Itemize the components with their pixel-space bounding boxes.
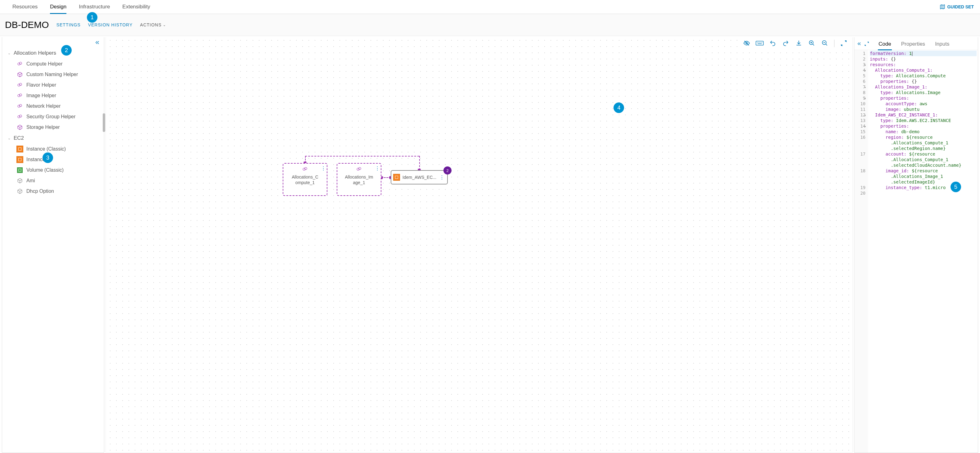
- sidebar-item-storage-helper[interactable]: Storage Helper: [2, 122, 104, 132]
- node-menu-icon[interactable]: ⋮: [439, 174, 444, 180]
- code-line[interactable]: instance_type: t1.micro: [870, 185, 977, 190]
- node-menu-icon[interactable]: ⋮: [321, 166, 326, 171]
- sidebar-item-dhcp-option[interactable]: Dhcp Option: [2, 186, 104, 196]
- code-line[interactable]: .selectedCloudAccount.name}: [870, 163, 977, 168]
- gutter-line: 18: [854, 168, 865, 174]
- sidebar-item-custom-naming-helper[interactable]: Custom Naming Helper: [2, 69, 104, 80]
- code-line[interactable]: [870, 190, 977, 196]
- code-line[interactable]: region: ${resource: [870, 134, 977, 140]
- sidebar-item-network-helper[interactable]: Network Helper: [2, 101, 104, 112]
- right-tab-inputs[interactable]: Inputs: [930, 38, 954, 50]
- instance-icon: [17, 157, 23, 163]
- top-nav-infrastructure[interactable]: Infrastructure: [73, 0, 116, 14]
- code-line[interactable]: type: Allocations.Image: [870, 90, 977, 95]
- collapse-sidebar-icon[interactable]: [95, 40, 100, 46]
- sidebar-item-security-group-helper[interactable]: Security Group Helper: [2, 112, 104, 122]
- sidebar-group-allocation-helpers[interactable]: ⌄Allocation Helpers: [2, 48, 104, 59]
- undo-button[interactable]: [769, 40, 776, 47]
- keyboard-button[interactable]: [756, 40, 764, 47]
- top-nav-extensibility[interactable]: Extensibility: [116, 0, 156, 14]
- gutter-line: 14▾: [854, 123, 865, 129]
- gutter-line: 9▾: [854, 95, 865, 101]
- visibility-off-icon: [743, 40, 750, 48]
- code-line[interactable]: image: ubuntu: [870, 107, 977, 112]
- canvas-node-idem-aws[interactable]: Idem_AWS_EC...⋮2: [391, 170, 448, 184]
- design-canvas[interactable]: ⋮Allocations_Compute_1⋮Allocations_Image…: [105, 37, 853, 453]
- sidebar-item-flavor-helper[interactable]: Flavor Helper: [2, 80, 104, 90]
- code-gutter: 123▾4▾567▾89▾101112▾1314▾151617181920: [854, 50, 868, 452]
- code-body[interactable]: formatVersion: 1inputs: {}resources: All…: [868, 50, 978, 452]
- storage-helper-icon: [17, 124, 23, 130]
- redo-button[interactable]: [782, 40, 789, 47]
- actions-dropdown[interactable]: ACTIONS ⌄: [140, 22, 166, 27]
- sidebar-item-volume-classic[interactable]: Volume (Classic): [2, 165, 104, 175]
- image-helper-icon: [17, 93, 23, 99]
- code-line[interactable]: Idem_AWS_EC2_INSTANCE_1:: [870, 112, 977, 118]
- gutter-line: [854, 174, 865, 179]
- guided-setup-link[interactable]: GUIDED SET: [940, 4, 974, 10]
- gutter-line: 6: [854, 78, 865, 84]
- visibility-off-button[interactable]: [743, 40, 750, 47]
- node-menu-icon[interactable]: ⋮: [375, 166, 380, 171]
- redo-icon: [782, 40, 789, 48]
- top-nav-resources[interactable]: Resources: [6, 0, 44, 14]
- right-panel: CodePropertiesInputs 123▾4▾567▾89▾101112…: [854, 37, 978, 453]
- header-bar: DB-DEMO SETTINGS VERSION HISTORY ACTIONS…: [0, 14, 980, 36]
- code-line[interactable]: account: ${resource: [870, 151, 977, 157]
- gutter-line: [854, 140, 865, 146]
- code-line[interactable]: accountType: aws: [870, 101, 977, 107]
- code-line[interactable]: type: Allocations.Compute: [870, 73, 977, 78]
- code-line[interactable]: inputs: {}: [870, 56, 977, 62]
- zoom-in-button[interactable]: [808, 40, 816, 47]
- sidebar-scrollbar[interactable]: [103, 113, 105, 132]
- zoom-out-button[interactable]: [821, 40, 829, 47]
- guided-setup-label: GUIDED SET: [947, 4, 974, 9]
- gutter-line: 15: [854, 129, 865, 134]
- code-line[interactable]: resources:: [870, 62, 977, 67]
- page-title: DB-DEMO: [5, 19, 49, 30]
- gutter-line: 16: [854, 134, 865, 140]
- code-line[interactable]: properties:: [870, 95, 977, 101]
- top-nav-design[interactable]: Design: [44, 0, 73, 14]
- gutter-line: 10: [854, 101, 865, 107]
- sidebar-item-instance-classic[interactable]: Instance (Classic): [2, 144, 104, 154]
- code-line[interactable]: .selectedRegion.name}: [870, 146, 977, 151]
- canvas-node-alloc-image[interactable]: ⋮Allocations_Image_1: [337, 163, 382, 196]
- code-line[interactable]: .selectedImageId}: [870, 179, 977, 185]
- code-line[interactable]: .Allocations_Compute_1: [870, 157, 977, 163]
- sidebar-group-ec2[interactable]: ⌄EC2: [2, 132, 104, 144]
- expand-full-icon[interactable]: [864, 41, 869, 47]
- map-icon: [940, 4, 945, 10]
- code-line[interactable]: properties: {}: [870, 78, 977, 84]
- code-line[interactable]: type: Idem.AWS.EC2.INSTANCE: [870, 118, 977, 123]
- sidebar-item-image-helper[interactable]: Image Helper: [2, 90, 104, 101]
- right-tab-properties[interactable]: Properties: [896, 38, 930, 50]
- sidebar-item-ami[interactable]: Ami: [2, 175, 104, 186]
- settings-link[interactable]: SETTINGS: [56, 22, 81, 27]
- gutter-line: 19: [854, 185, 865, 190]
- node-label: Idem_AWS_EC...: [402, 174, 436, 180]
- gutter-line: 5: [854, 73, 865, 78]
- expand-button[interactable]: [840, 40, 848, 47]
- code-line[interactable]: .Allocations_Compute_1: [870, 140, 977, 146]
- download-button[interactable]: [795, 40, 802, 47]
- code-line[interactable]: .Allocations_Image_1: [870, 174, 977, 179]
- network-helper-icon: [17, 104, 23, 109]
- code-editor[interactable]: 123▾4▾567▾89▾101112▾1314▾151617181920 fo…: [854, 50, 978, 452]
- canvas-node-alloc-compute[interactable]: ⋮Allocations_Compute_1: [283, 163, 328, 196]
- security-group-helper-icon: [17, 114, 23, 120]
- code-line[interactable]: name: db-demo: [870, 129, 977, 134]
- version-history-link[interactable]: VERSION HISTORY: [88, 22, 133, 27]
- right-tab-code[interactable]: Code: [873, 38, 896, 50]
- code-line[interactable]: image_id: ${resource: [870, 168, 977, 174]
- chevron-down-icon: ⌄: [163, 23, 166, 27]
- code-line[interactable]: Allocations_Image_1:: [870, 84, 977, 90]
- custom-naming-helper-icon: [17, 72, 23, 77]
- expand-left-icon[interactable]: [857, 41, 862, 47]
- sidebar-item-instance[interactable]: Instance: [2, 154, 104, 165]
- code-line[interactable]: formatVersion: 1: [870, 51, 977, 56]
- code-line[interactable]: properties:: [870, 123, 977, 129]
- gutter-line: 11: [854, 107, 865, 112]
- sidebar-item-compute-helper[interactable]: Compute Helper: [2, 59, 104, 69]
- code-line[interactable]: Allocations_Compute_1:: [870, 67, 977, 73]
